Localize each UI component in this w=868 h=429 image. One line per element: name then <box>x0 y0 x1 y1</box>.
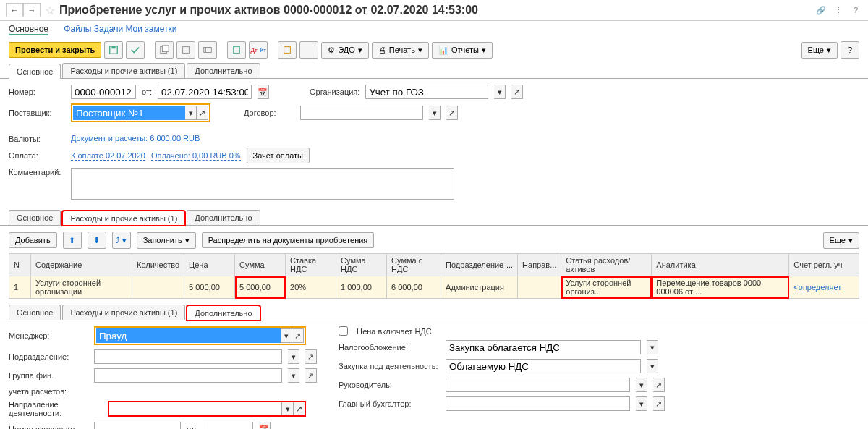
supplier-open[interactable]: ↗ <box>197 106 208 120</box>
fin-label: Группа фин. <box>9 371 88 380</box>
link-icon[interactable]: 🔗 <box>814 4 827 17</box>
expenses-table: N Содержание Количество Цена Сумма Ставк… <box>9 253 859 299</box>
more2-button[interactable]: Еще ▾ <box>823 232 859 249</box>
edo-button[interactable]: ⚙ ЭДО ▾ <box>321 42 369 59</box>
link-files[interactable]: Файлы <box>64 24 91 34</box>
chief-input[interactable] <box>446 378 630 392</box>
contract-dd[interactable]: ▾ <box>429 106 441 120</box>
fin-dd[interactable]: ▾ <box>288 368 299 383</box>
org-open[interactable]: ↗ <box>511 85 523 99</box>
contract-input[interactable] <box>300 106 423 120</box>
activ-input[interactable] <box>446 359 641 373</box>
link-tasks[interactable]: Задачи <box>94 24 123 34</box>
offset-button[interactable]: Зачет оплаты <box>247 148 310 163</box>
post-close-button[interactable]: Провести и закрыть <box>9 42 101 58</box>
tb-icon-6[interactable] <box>299 41 318 59</box>
th-vat-rate: Ставка НДС <box>286 254 336 276</box>
pay-link2[interactable]: Оплачено: 0,00 RUB 0% <box>151 151 241 161</box>
org-input[interactable] <box>365 85 488 99</box>
td-sum: 5 000,00 <box>235 276 286 299</box>
tab2-expenses[interactable]: Расходы и прочие активы (1) <box>62 211 185 226</box>
th-acc: Счет регл. уч <box>789 254 859 276</box>
pay-link1[interactable]: К оплате 02.07.2020 <box>71 151 145 161</box>
tab2-main[interactable]: Основное <box>9 210 61 225</box>
svg-rect-4 <box>183 47 190 54</box>
tab1-main[interactable]: Основное <box>9 64 61 79</box>
up-button[interactable]: ⬆ <box>63 232 82 249</box>
manager-input[interactable] <box>96 328 281 343</box>
menu-icon[interactable]: ⋮ <box>832 4 845 17</box>
tab1-expenses[interactable]: Расходы и прочие активы (1) <box>62 63 185 78</box>
td-article: Услуги сторонней организ... <box>561 276 652 299</box>
fill-button[interactable]: Заполнить ▾ <box>137 232 196 249</box>
acc2-input[interactable] <box>446 396 630 411</box>
supplier-input[interactable] <box>73 106 185 120</box>
manager-dd[interactable]: ▾ <box>281 328 292 343</box>
tab1-additional[interactable]: Дополнительно <box>187 63 260 78</box>
svg-rect-5 <box>204 48 212 53</box>
chief-dd[interactable]: ▾ <box>636 378 647 392</box>
manager-open[interactable]: ↗ <box>292 328 304 343</box>
tax-input[interactable] <box>446 340 641 354</box>
inc-input[interactable] <box>94 422 181 429</box>
reports-button[interactable]: 📊 Отчеты ▾ <box>432 42 493 59</box>
vat-inc-checkbox[interactable] <box>339 326 348 336</box>
table-row[interactable]: 1 Услуги сторонней организации 5 000,00 … <box>9 276 859 299</box>
tb-icon-3[interactable] <box>198 41 217 59</box>
distribute-button[interactable]: Распределить на документы приобретения <box>202 232 375 248</box>
add-button[interactable]: Добавить <box>9 232 57 248</box>
acc2-dd[interactable]: ▾ <box>636 396 647 411</box>
org-dd[interactable]: ▾ <box>494 85 506 99</box>
acc2-open[interactable]: ↗ <box>653 396 665 411</box>
tab3-main[interactable]: Основное <box>9 305 61 320</box>
dept2-open[interactable]: ↗ <box>305 349 317 364</box>
date-input[interactable] <box>158 85 252 99</box>
calendar-icon[interactable]: 📅 <box>258 85 269 99</box>
print-button[interactable]: 🖨 Печать ▾ <box>372 42 429 59</box>
dir2-open[interactable]: ↗ <box>294 402 305 416</box>
link-main[interactable]: Основное <box>9 24 48 35</box>
fin-input[interactable] <box>94 368 282 383</box>
dir2-input[interactable] <box>109 402 282 416</box>
svg-rect-1 <box>112 46 116 49</box>
chief-open[interactable]: ↗ <box>653 378 665 392</box>
tb-icon-5[interactable] <box>278 41 297 59</box>
dir2-dd[interactable]: ▾ <box>282 402 294 416</box>
forward-button[interactable]: → <box>23 3 41 17</box>
tb-icon-2[interactable] <box>176 41 195 59</box>
inc-cal-icon[interactable]: 📅 <box>259 422 271 429</box>
tb-icon-1[interactable] <box>155 41 174 59</box>
th-article: Статья расходов/активов <box>561 254 652 276</box>
dept2-dd[interactable]: ▾ <box>288 349 299 364</box>
tab2-additional[interactable]: Дополнительно <box>187 210 260 225</box>
help-icon[interactable]: ? <box>849 4 862 17</box>
fin-open[interactable]: ↗ <box>305 368 317 383</box>
more-button[interactable]: Еще ▾ <box>801 42 838 59</box>
tb-icon-4[interactable] <box>227 41 246 59</box>
help-button[interactable]: ? <box>841 41 859 59</box>
contract-open[interactable]: ↗ <box>446 106 458 120</box>
link-notes[interactable]: Мои заметки <box>125 24 176 34</box>
tax-dd[interactable]: ▾ <box>647 340 658 354</box>
tab3-expenses[interactable]: Расходы и прочие активы (1) <box>62 305 185 320</box>
dir2-label: Направление деятельности: <box>9 400 103 417</box>
number-input[interactable] <box>71 85 136 99</box>
th-n: N <box>9 254 31 276</box>
share-button[interactable]: ⤴ ▾ <box>112 232 131 249</box>
org-label: Организация: <box>310 88 359 96</box>
post-icon[interactable] <box>126 41 145 59</box>
payment-label: Оплата: <box>9 151 65 160</box>
comment-input[interactable] <box>71 168 454 200</box>
currency-link[interactable]: Документ и расчеты: 6 000,00 RUB <box>71 134 200 143</box>
supplier-dd[interactable]: ▾ <box>185 106 197 120</box>
activ-dd[interactable]: ▾ <box>647 359 658 373</box>
back-button[interactable]: ← <box>6 3 23 17</box>
th-sum: Сумма <box>235 254 286 276</box>
tab3-additional[interactable]: Дополнительно <box>187 305 260 320</box>
inc-date-input[interactable] <box>203 422 253 429</box>
save-icon[interactable] <box>104 41 123 59</box>
dt-kt-icon[interactable]: ДтКт <box>249 41 268 59</box>
down-button[interactable]: ⬇ <box>88 232 106 249</box>
dept2-input[interactable] <box>94 349 282 364</box>
favorite-icon[interactable]: ☆ <box>45 4 55 17</box>
